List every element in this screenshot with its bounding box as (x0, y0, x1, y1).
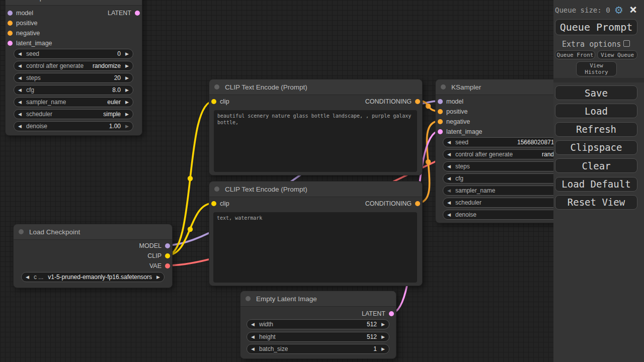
output-port-dot[interactable] (165, 243, 170, 248)
widget-left-arrow-icon[interactable]: ◀ (18, 112, 23, 117)
sidebar-button-load[interactable]: Load (555, 104, 637, 118)
widget-right-arrow-icon[interactable]: ▶ (380, 334, 385, 339)
widget-width[interactable]: ◀width512▶ (247, 319, 389, 329)
widget-left-arrow-icon[interactable]: ◀ (251, 322, 256, 327)
node-title-bar[interactable]: CLIP Text Encode (Prompt) (209, 182, 422, 197)
collapse-dot-icon[interactable] (441, 84, 446, 89)
widget-c-[interactable]: ◀c ...v1-5-pruned-emaonly-fp16.safetenso… (21, 272, 165, 282)
widget-steps[interactable]: ◀steps20▶ (14, 73, 133, 83)
widget-left-arrow-icon[interactable]: ◀ (18, 75, 23, 80)
widget-right-arrow-icon[interactable]: ▶ (124, 112, 129, 117)
input-port-dot[interactable] (438, 109, 443, 114)
widget-left-arrow-icon[interactable]: ◀ (447, 200, 452, 205)
widget-denoise[interactable]: ◀denoise▶ (443, 210, 572, 220)
node-clip-text-encode-negative[interactable]: CLIP Text Encode (Prompt)clipCONDITIONIN… (209, 181, 423, 286)
widget-control-after-generate[interactable]: ◀control after generaterandomize▶ (14, 61, 133, 71)
input-port-dot[interactable] (8, 21, 13, 26)
widget-cfg[interactable]: ◀cfg▶ (443, 173, 572, 184)
node-title-bar[interactable]: Load Checkpoint (14, 224, 172, 240)
node-empty-latent-image[interactable]: Empty Latent ImageLATENT◀width512▶◀heigh… (240, 291, 396, 359)
widget-height[interactable]: ◀height512▶ (247, 332, 389, 342)
widget-scheduler[interactable]: ◀scheduler▶ (443, 198, 572, 208)
widget-right-arrow-icon[interactable]: ▶ (380, 322, 385, 327)
collapse-dot-icon[interactable] (246, 296, 251, 301)
output-port-dot[interactable] (135, 11, 140, 16)
widget-left-arrow-icon[interactable]: ◀ (447, 140, 452, 145)
node-load-checkpoint[interactable]: Load CheckpointMODELCLIPVAE◀c ...v1-5-pr… (13, 224, 173, 288)
widget-control-after-generate[interactable]: ◀control after generaterandomize▶ (443, 149, 572, 159)
widget-left-arrow-icon[interactable]: ◀ (18, 100, 23, 105)
widget-left-arrow-icon[interactable]: ◀ (447, 188, 452, 193)
extra-options-checkbox[interactable] (623, 40, 630, 47)
widget-left-arrow-icon[interactable]: ◀ (447, 164, 452, 169)
input-port-dot[interactable] (438, 99, 443, 104)
widget-value[interactable]: simple (103, 111, 121, 118)
output-port-dot[interactable] (415, 201, 420, 206)
collapse-dot-icon[interactable] (214, 187, 219, 192)
widget-left-arrow-icon[interactable]: ◀ (251, 346, 256, 351)
view-history-button[interactable]: View History (576, 61, 617, 76)
widget-value[interactable]: 8.0 (112, 86, 121, 94)
sidebar-button-reset-view[interactable]: Reset View (555, 195, 637, 210)
widget-value[interactable]: v1-5-pruned-emaonly-fp16.safetensors (48, 274, 152, 281)
widget-right-arrow-icon[interactable]: ▶ (380, 346, 385, 351)
widget-right-arrow-icon[interactable]: ▶ (124, 51, 129, 56)
widget-left-arrow-icon[interactable]: ◀ (18, 51, 23, 56)
widget-right-arrow-icon[interactable]: ▶ (124, 100, 129, 105)
output-port-dot[interactable] (165, 263, 170, 268)
prompt-textarea[interactable]: text, watermark (213, 212, 417, 283)
widget-value[interactable]: 512 (367, 321, 377, 328)
widget-left-arrow-icon[interactable]: ◀ (26, 275, 31, 280)
node-title-bar[interactable]: CLIP Text Encode (Prompt) (209, 79, 422, 95)
widget-value[interactable]: randomize (93, 62, 121, 69)
widget-value[interactable]: 15668020871 (517, 138, 554, 147)
sidebar-button-save[interactable]: Save (555, 85, 637, 100)
prompt-textarea[interactable]: beautiful scenery nature glass bottle la… (214, 110, 417, 172)
queue-front-button[interactable]: Queue Front (555, 50, 595, 59)
widget-denoise[interactable]: ◀denoise1.00▶ (14, 121, 133, 131)
widget-right-arrow-icon[interactable]: ▶ (124, 124, 129, 129)
widget-value[interactable]: euler (107, 99, 121, 106)
widget-value[interactable]: 1.00 (109, 123, 121, 130)
output-port-dot[interactable] (415, 99, 420, 104)
widget-left-arrow-icon[interactable]: ◀ (18, 87, 23, 93)
node-clip-text-encode-positive[interactable]: CLIP Text Encode (Prompt)clipCONDITIONIN… (209, 79, 423, 175)
node-title-bar[interactable]: Empty Latent Image (240, 291, 396, 307)
widget-left-arrow-icon[interactable]: ◀ (18, 124, 23, 129)
widget-right-arrow-icon[interactable]: ▶ (155, 275, 160, 280)
node-canvas[interactable]: KSamplermodelpositivenegativelatent_imag… (0, 0, 644, 362)
widget-right-arrow-icon[interactable]: ▶ (124, 75, 129, 80)
output-port-dot[interactable] (165, 253, 170, 258)
widget-sampler-name[interactable]: ◀sampler_name▶ (443, 186, 572, 196)
widget-left-arrow-icon[interactable]: ◀ (447, 212, 452, 217)
widget-left-arrow-icon[interactable]: ◀ (18, 63, 23, 68)
widget-value[interactable]: 20 (114, 74, 121, 81)
input-port-dot[interactable] (438, 119, 443, 124)
widget-value[interactable]: 1 (373, 345, 377, 352)
sidebar-button-load-default[interactable]: Load Default (555, 177, 637, 192)
view-queue-button[interactable]: View Queue (597, 50, 637, 59)
widget-sampler-name[interactable]: ◀sampler_nameeuler▶ (14, 97, 133, 107)
node-title-bar[interactable]: KSampler (6, 0, 142, 6)
widget-steps[interactable]: ◀steps▶ (443, 161, 572, 171)
widget-seed[interactable]: ◀seed0▶ (14, 49, 133, 59)
input-port-dot[interactable] (438, 129, 443, 134)
input-port-dot[interactable] (8, 31, 13, 36)
widget-right-arrow-icon[interactable]: ▶ (124, 87, 129, 93)
widget-scheduler[interactable]: ◀schedulersimple▶ (14, 109, 133, 119)
sidebar-button-clipspace[interactable]: Clipspace (555, 140, 637, 155)
widget-seed[interactable]: ◀seed15668020871▶ (443, 137, 572, 147)
node-ksampler-copy[interactable]: KSamplermodelpositivenegativelatent_imag… (5, 0, 142, 136)
collapse-dot-icon[interactable] (19, 229, 24, 234)
widget-value[interactable]: 512 (367, 333, 377, 340)
widget-left-arrow-icon[interactable]: ◀ (251, 334, 256, 339)
widget-right-arrow-icon[interactable]: ▶ (124, 63, 129, 68)
sidebar-button-refresh[interactable]: Refresh (555, 122, 637, 137)
widget-left-arrow-icon[interactable]: ◀ (447, 152, 452, 157)
settings-gear-icon[interactable]: ⚙ (614, 4, 623, 16)
queue-prompt-button[interactable]: Queue Prompt (555, 19, 637, 35)
collapse-dot-icon[interactable] (214, 84, 219, 89)
widget-left-arrow-icon[interactable]: ◀ (447, 176, 452, 181)
widget-cfg[interactable]: ◀cfg8.0▶ (14, 85, 133, 95)
close-icon[interactable]: × (629, 2, 637, 17)
